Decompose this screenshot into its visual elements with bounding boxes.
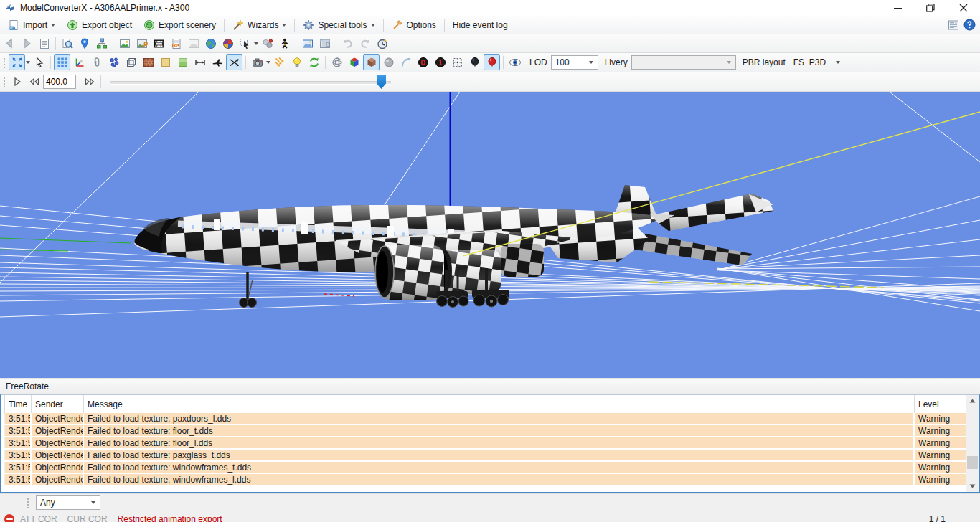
log-row[interactable]: 3:51:5... ObjectRenderer Failed to load … <box>1 413 966 425</box>
chevron-down-icon[interactable] <box>26 61 30 64</box>
animation-film-button[interactable] <box>151 36 167 52</box>
scroll-down-button[interactable] <box>966 480 979 492</box>
column-header-level[interactable]: Level <box>915 395 966 413</box>
menu-hide-event-log[interactable]: Hide event log <box>447 16 514 33</box>
pointer-button[interactable] <box>31 54 47 70</box>
frame1-button[interactable] <box>432 54 448 70</box>
attach-button[interactable] <box>88 54 105 70</box>
scrollbar-track[interactable] <box>966 413 979 480</box>
rgb-cube-button[interactable] <box>346 54 362 70</box>
smooth-shade-button[interactable] <box>174 54 191 70</box>
balloon-dark-button[interactable] <box>466 54 483 70</box>
location-button[interactable] <box>76 36 93 52</box>
back-button[interactable] <box>1 36 18 52</box>
material-pie-button[interactable] <box>220 36 236 52</box>
light-button[interactable] <box>288 54 305 70</box>
forward-button[interactable] <box>19 36 35 52</box>
toolbar-grip[interactable] <box>2 57 6 68</box>
texture-browser-button[interactable] <box>116 36 133 52</box>
menu-export-scenery[interactable]: Export scenery <box>138 16 222 33</box>
event-log-button[interactable] <box>36 36 52 52</box>
help-icon[interactable] <box>963 19 976 31</box>
menu-wizards[interactable]: Wizards <box>227 16 292 33</box>
curve-button[interactable] <box>397 54 414 70</box>
frame0-button[interactable] <box>415 54 431 70</box>
log-row[interactable]: 3:51:5... ObjectRenderer Failed to load … <box>1 462 966 474</box>
earth-button[interactable] <box>202 36 219 52</box>
aircraft-mode-button[interactable] <box>209 54 225 70</box>
menu-import[interactable]: Import <box>2 16 61 33</box>
history-clock-button[interactable] <box>374 36 390 52</box>
wireframe-button[interactable] <box>123 54 139 70</box>
restore-button[interactable] <box>914 0 947 16</box>
particles-button[interactable] <box>105 54 122 70</box>
log-row[interactable]: 3:51:5... ObjectRenderer Failed to load … <box>1 425 966 437</box>
menu-options[interactable]: Options <box>386 16 442 33</box>
chevron-down-icon[interactable] <box>254 42 258 45</box>
chevron-down-icon[interactable] <box>266 61 270 64</box>
image-disabled-button[interactable] <box>185 36 202 52</box>
log-time-cell: 3:51:5... <box>5 437 32 448</box>
gray-sphere-button[interactable] <box>380 54 397 70</box>
play-button[interactable] <box>9 74 25 90</box>
camera-button[interactable] <box>249 54 265 70</box>
log-row[interactable]: 3:51:5... ObjectRenderer Failed to load … <box>1 437 966 450</box>
panel-icon[interactable] <box>948 19 959 31</box>
menu-special-tools[interactable]: Special tools <box>297 16 380 33</box>
log-row[interactable]: 3:51:5... ObjectRenderer Failed to load … <box>1 450 966 462</box>
pbr-layout-combobox[interactable]: FS_P3D <box>789 55 845 70</box>
axes-button[interactable] <box>71 54 88 70</box>
lod-combobox[interactable]: 100 <box>551 55 598 70</box>
xml-doc-button[interactable] <box>168 36 184 52</box>
texture-editor-button[interactable] <box>133 36 150 52</box>
column-header-time[interactable]: Time <box>5 395 32 413</box>
level-filter-combobox[interactable]: Any <box>36 495 100 510</box>
menu-export-object[interactable]: Export object <box>61 16 138 33</box>
flat-shade-button[interactable] <box>157 54 174 70</box>
crossed-arrows-button[interactable] <box>226 54 242 70</box>
curve-icon <box>400 57 412 68</box>
measure-button[interactable] <box>192 54 208 70</box>
frame-input[interactable] <box>43 75 76 89</box>
fast-forward-button[interactable] <box>81 74 98 90</box>
linked-spheres-button[interactable] <box>259 36 275 52</box>
event-log-scrollbar[interactable] <box>966 413 979 492</box>
timeline-slider[interactable] <box>110 74 391 90</box>
undo-button[interactable] <box>339 36 356 52</box>
zoom-extents-button[interactable] <box>9 54 25 70</box>
balloon-red-button[interactable] <box>484 54 500 70</box>
wire-sphere-icon <box>331 57 343 68</box>
sunlight-button[interactable] <box>271 54 288 70</box>
rewind-button[interactable] <box>26 74 42 90</box>
gray-sphere-icon <box>383 57 395 68</box>
fastforward-icon <box>83 76 96 87</box>
close-button[interactable] <box>947 0 980 16</box>
report-button[interactable] <box>316 36 333 52</box>
redo-button[interactable] <box>357 36 373 52</box>
scrollbar-thumb[interactable] <box>967 456 978 469</box>
minimize-button[interactable] <box>881 0 914 16</box>
hierarchy-button[interactable] <box>93 36 110 52</box>
brick-texture-icon <box>143 57 154 68</box>
grid-toggle-button[interactable] <box>54 54 70 70</box>
object-select-button[interactable] <box>237 36 253 52</box>
screenshot-button[interactable] <box>299 36 316 52</box>
keyframe-grid-button[interactable] <box>449 54 466 70</box>
livery-combobox[interactable] <box>631 55 736 70</box>
livery-label: Livery <box>605 57 628 67</box>
column-header-message[interactable]: Message <box>84 395 915 413</box>
column-header-sender[interactable]: Sender <box>32 395 84 413</box>
scroll-up-button[interactable] <box>966 395 979 407</box>
timeline-slider-thumb[interactable] <box>377 75 386 89</box>
3d-viewport[interactable] <box>0 92 980 378</box>
texture-mode-button[interactable] <box>140 54 156 70</box>
wire-sphere-button[interactable] <box>329 54 345 70</box>
find-button[interactable] <box>59 36 75 52</box>
toolbar-grip[interactable] <box>2 76 6 87</box>
refresh-button[interactable] <box>306 54 322 70</box>
skeleton-button[interactable] <box>276 36 293 52</box>
visibility-button[interactable] <box>507 54 523 70</box>
ambient-cube-button[interactable] <box>363 54 380 70</box>
log-row[interactable]: 3:51:5... ObjectRenderer Failed to load … <box>1 474 966 486</box>
timeline-slider-track[interactable] <box>110 81 391 85</box>
